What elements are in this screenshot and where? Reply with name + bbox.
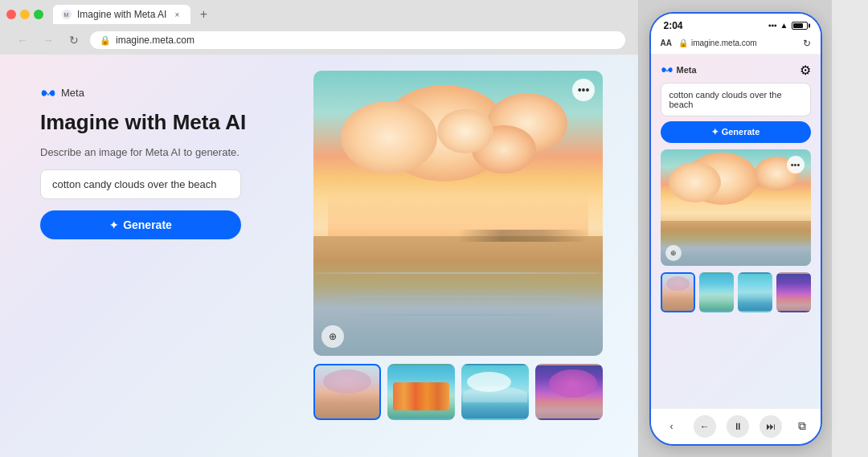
- url-text: imagine.meta.com: [116, 35, 194, 46]
- phone-pause-button[interactable]: ⏸: [727, 415, 749, 438]
- phone-status-bar: 2:04 ▪▪▪ ▲: [651, 14, 821, 35]
- phone-thumbnail-4[interactable]: [776, 272, 811, 312]
- window-controls: [6, 10, 43, 19]
- meta-label: Meta: [61, 87, 84, 99]
- phone-thumbnails-row: [661, 272, 811, 312]
- phone-generate-label: Generate: [722, 127, 760, 137]
- phone-browser-back-button[interactable]: ‹: [661, 415, 683, 438]
- sparkle-icon: ✦: [109, 219, 118, 231]
- svg-text:M: M: [64, 12, 69, 18]
- thumbnail-4[interactable]: [535, 364, 603, 420]
- meta-logo-icon: [40, 88, 56, 98]
- phone-page: Meta ⚙ cotton candy clouds over the beac…: [651, 55, 821, 408]
- refresh-button[interactable]: ↻: [64, 31, 84, 50]
- image-more-button[interactable]: •••: [572, 79, 595, 101]
- phone-aa-label: AA: [661, 39, 672, 47]
- cloud-5: [437, 109, 493, 153]
- phone-header: Meta ⚙: [651, 55, 821, 83]
- phone-main-image: ••• ⊕: [661, 149, 811, 266]
- battery-fill: [793, 23, 804, 28]
- phone-meta-logo-icon: [661, 66, 674, 74]
- tab-bar: M Imagine with Meta AI × +: [6, 5, 632, 24]
- phone-address-bar: AA 🔒 imagine.meta.com ↻: [651, 35, 821, 55]
- phone-location-button[interactable]: ⊕: [665, 245, 682, 261]
- phone-refresh-button[interactable]: ↻: [803, 38, 811, 49]
- phone-url-text: imagine.meta.com: [691, 39, 757, 47]
- lock-icon: 🔒: [100, 35, 111, 46]
- window-maximize-button[interactable]: [34, 10, 43, 19]
- signal-icon: ▪▪▪: [768, 21, 777, 30]
- water-line-1: [313, 272, 603, 274]
- water-area: [313, 236, 603, 356]
- phone-copy-button[interactable]: ⧉: [793, 418, 811, 435]
- location-button[interactable]: ⊕: [321, 325, 344, 348]
- phone-url[interactable]: 🔒 imagine.meta.com: [678, 39, 796, 47]
- image-area: ••• ⊕: [305, 55, 638, 457]
- phone-sparkle-icon: ✦: [711, 127, 719, 137]
- browser-tab[interactable]: M Imagine with Meta AI ×: [53, 5, 190, 24]
- phone-thumbnail-2[interactable]: [699, 272, 734, 312]
- cloud-2: [341, 101, 437, 173]
- window-close-button[interactable]: [6, 10, 16, 19]
- forward-button[interactable]: →: [39, 31, 58, 50]
- phone-nav-bar: ‹ ← ⏸ ⏭ ⧉: [651, 408, 821, 444]
- phone-prev-button[interactable]: ←: [694, 415, 716, 438]
- phone-time: 2:04: [664, 20, 683, 31]
- phone-meta-logo: Meta: [661, 65, 697, 75]
- phone-lock-icon: 🔒: [678, 39, 688, 47]
- generate-label: Generate: [123, 218, 172, 231]
- phone-generate-button[interactable]: ✦ Generate: [661, 121, 811, 143]
- address-bar: ← → ↻ 🔒 imagine.meta.com: [6, 27, 632, 55]
- page-title: Imagine with Meta AI: [40, 110, 281, 135]
- address-field[interactable]: 🔒 imagine.meta.com: [90, 31, 625, 49]
- phone-image-more-button[interactable]: •••: [787, 156, 805, 173]
- phone-thumbnail-1[interactable]: [661, 272, 695, 312]
- phone-cloud-2: [669, 162, 721, 202]
- left-panel: Meta Imagine with Meta AI Describe an im…: [0, 55, 305, 457]
- phone-cloud-layer: [665, 153, 806, 222]
- phone-next-button[interactable]: ⏭: [760, 415, 782, 438]
- cloud-layer: [328, 85, 588, 242]
- water-line-2: [328, 296, 588, 297]
- horizon-city: [458, 230, 588, 242]
- tab-close-button[interactable]: ×: [171, 9, 182, 20]
- phone-status-icons: ▪▪▪ ▲: [768, 21, 808, 30]
- phone-water: [661, 221, 811, 265]
- page-content: Meta Imagine with Meta AI Describe an im…: [0, 55, 638, 457]
- thumbnail-1[interactable]: [313, 364, 381, 420]
- prompt-input[interactable]: cotton candy clouds over the beach: [40, 169, 241, 199]
- phone-meta-label: Meta: [677, 65, 697, 75]
- page-subtitle: Describe an image for Meta AI to generat…: [40, 146, 281, 158]
- browser-chrome: M Imagine with Meta AI × + ← → ↻ 🔒 imagi…: [0, 0, 638, 55]
- phone-frame: 2:04 ▪▪▪ ▲ AA 🔒 imagine.meta.com ↻: [649, 12, 822, 446]
- phone-thumbnail-3[interactable]: [738, 272, 772, 312]
- tab-favicon: M: [61, 9, 72, 20]
- window-minimize-button[interactable]: [20, 10, 30, 19]
- new-tab-button[interactable]: +: [194, 5, 213, 24]
- tab-title: Imagine with Meta AI: [77, 9, 166, 20]
- back-button[interactable]: ←: [13, 31, 32, 50]
- battery-icon: [792, 22, 808, 30]
- generate-button[interactable]: ✦ Generate: [40, 210, 241, 239]
- thumbnail-2[interactable]: [387, 364, 455, 420]
- phone-prompt-input[interactable]: cotton candy clouds over the beach: [661, 83, 811, 116]
- mobile-section: 2:04 ▪▪▪ ▲ AA 🔒 imagine.meta.com ↻: [639, 0, 832, 457]
- main-beach-image: [313, 71, 603, 356]
- battery-tip: [809, 23, 810, 27]
- browser-window: M Imagine with Meta AI × + ← → ↻ 🔒 imagi…: [0, 0, 639, 457]
- thumbnails-row: [313, 364, 626, 420]
- phone-settings-icon[interactable]: ⚙: [800, 63, 811, 78]
- meta-logo: Meta: [40, 87, 281, 99]
- thumbnail-3[interactable]: [461, 364, 529, 420]
- main-image-container: ••• ⊕: [313, 71, 603, 356]
- wifi-icon: ▲: [780, 21, 788, 30]
- water-line-3: [342, 314, 574, 316]
